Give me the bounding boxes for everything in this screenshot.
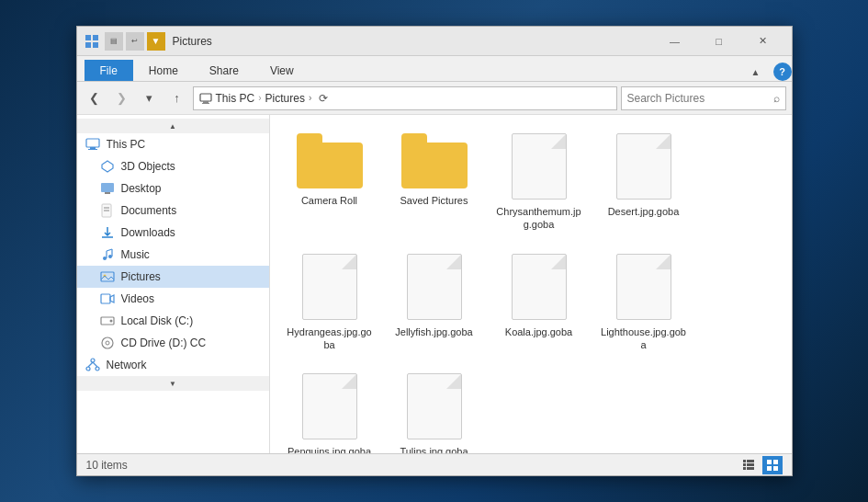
sidebar-label-music: Music	[121, 248, 150, 261]
main-area: ▲ This PC 3D Objects Desktop	[77, 115, 792, 453]
sidebar-scroll-down[interactable]: ▼	[77, 376, 269, 391]
file-icon-tulips	[407, 373, 462, 439]
svg-rect-39	[743, 467, 746, 470]
file-name-jellyfish: Jellyfish.jpg.goba	[395, 325, 472, 338]
sidebar-item-documents[interactable]: Documents	[77, 200, 269, 222]
address-pictures: Pictures	[265, 92, 305, 105]
file-name-saved-pictures: Saved Pictures	[400, 194, 468, 207]
computer-icon	[85, 136, 101, 153]
qa-btn-2[interactable]: ↩	[126, 32, 144, 51]
svg-rect-2	[85, 42, 91, 48]
file-name-penguins: Penguins.jpg.goba	[287, 445, 371, 453]
tab-view[interactable]: View	[254, 60, 310, 81]
sidebar-item-cd-drive[interactable]: CD Drive (D:) CC	[77, 332, 269, 354]
sidebar-label-local-disk: Local Disk (C:)	[121, 314, 194, 327]
minimize-button[interactable]: —	[654, 27, 696, 56]
videos-icon	[99, 291, 116, 307]
sidebar-item-downloads[interactable]: Downloads	[77, 222, 269, 244]
file-item-koala[interactable]: Koala.jpg.goba	[489, 245, 590, 361]
svg-point-31	[86, 367, 90, 371]
svg-rect-36	[747, 460, 754, 462]
qa-folder-btn[interactable]: ▼	[147, 32, 165, 51]
3dobjects-icon	[99, 158, 116, 175]
help-button[interactable]: ?	[773, 63, 792, 81]
svg-rect-9	[88, 149, 97, 150]
recent-locations-button[interactable]: ▾	[138, 86, 162, 110]
refresh-button[interactable]: ⟳	[319, 92, 328, 105]
sidebar-item-pictures[interactable]: Pictures	[77, 266, 269, 288]
sidebar-label-documents: Documents	[121, 204, 177, 217]
file-item-jellyfish[interactable]: Jellyfish.jpg.goba	[384, 245, 485, 361]
svg-rect-22	[101, 272, 114, 281]
svg-marker-25	[110, 295, 114, 302]
file-item-lighthouse[interactable]: Lighthouse.jpg.goba	[593, 245, 694, 361]
window-icon	[85, 34, 99, 49]
sidebar-label-downloads: Downloads	[121, 226, 175, 239]
sidebar-item-network[interactable]: Network	[77, 354, 269, 376]
sidebar-label-pictures: Pictures	[121, 270, 161, 283]
file-icon-jellyfish	[407, 254, 462, 320]
sidebar-scroll-up[interactable]: ▲	[77, 119, 269, 133]
search-icon[interactable]: ⌕	[773, 92, 780, 105]
svg-rect-37	[743, 463, 746, 466]
file-item-saved-pictures[interactable]: Saved Pictures	[384, 124, 485, 241]
file-grid: Camera Roll Saved Pictures	[279, 124, 783, 453]
ribbon-collapse[interactable]: ▲	[746, 63, 766, 81]
sidebar-item-this-pc[interactable]: This PC	[77, 133, 269, 155]
file-item-tulips[interactable]: Tulips.jpg.goba	[384, 364, 485, 453]
navbar: ❮ ❯ ▾ ↑ This PC › Pictures › ⟳ ⌕	[77, 82, 792, 115]
downloads-icon	[99, 224, 116, 241]
svg-rect-7	[86, 139, 99, 147]
sidebar-label-cd-drive: CD Drive (D:) CC	[121, 337, 207, 349]
svg-rect-0	[85, 35, 91, 40]
sidebar-item-local-disk[interactable]: Local Disk (C:)	[77, 310, 269, 332]
svg-point-32	[96, 367, 99, 371]
svg-point-27	[109, 320, 112, 323]
file-name-desert: Desert.jpg.goba	[608, 205, 680, 218]
sidebar-item-music[interactable]: Music	[77, 244, 269, 266]
item-count: 10 items	[86, 459, 128, 472]
file-name-tulips: Tulips.jpg.goba	[400, 445, 468, 453]
svg-rect-24	[101, 294, 110, 303]
sidebar-item-videos[interactable]: Videos	[77, 288, 269, 310]
tab-home[interactable]: Home	[133, 60, 194, 81]
svg-rect-38	[747, 463, 754, 466]
svg-rect-5	[203, 101, 209, 103]
search-input[interactable]	[627, 92, 773, 105]
search-box[interactable]: ⌕	[621, 86, 786, 110]
file-item-desert[interactable]: Desert.jpg.goba	[593, 124, 694, 241]
view-list-button[interactable]	[738, 456, 759, 474]
sidebar-item-3d-objects[interactable]: 3D Objects	[77, 155, 269, 177]
file-item-chrysanthemum[interactable]: Chrysanthemum.jpg.goba	[489, 124, 590, 241]
svg-rect-35	[743, 460, 746, 462]
pictures-icon	[99, 268, 116, 285]
svg-rect-1	[93, 35, 98, 40]
file-item-hydrangeas[interactable]: Hydrangeas.jpg.goba	[279, 245, 380, 361]
forward-button[interactable]: ❯	[110, 86, 134, 110]
ribbon-tabs: File Home Share View ▲ ?	[77, 56, 792, 82]
file-name-camera-roll: Camera Roll	[301, 194, 357, 207]
view-grid-button[interactable]	[762, 456, 783, 474]
documents-icon	[99, 202, 116, 219]
address-arrow: ›	[309, 93, 311, 103]
music-icon	[99, 246, 116, 263]
close-button[interactable]: ✕	[742, 27, 784, 56]
qa-btn-1[interactable]: ▤	[105, 32, 123, 51]
up-button[interactable]: ↑	[165, 86, 189, 110]
svg-point-29	[106, 341, 109, 345]
sidebar-item-desktop[interactable]: Desktop	[77, 177, 269, 200]
file-icon-desert	[616, 133, 671, 200]
file-item-camera-roll[interactable]: Camera Roll	[279, 124, 380, 241]
back-button[interactable]: ❮	[83, 86, 107, 110]
svg-rect-6	[202, 103, 209, 104]
svg-rect-44	[773, 466, 778, 471]
file-item-penguins[interactable]: Penguins.jpg.goba	[279, 364, 380, 453]
file-icon-koala	[512, 254, 567, 320]
tab-file[interactable]: File	[85, 60, 133, 81]
maximize-button[interactable]: □	[698, 27, 740, 56]
file-name-lighthouse: Lighthouse.jpg.goba	[599, 325, 689, 352]
svg-rect-3	[93, 42, 98, 48]
address-bar[interactable]: This PC › Pictures › ⟳	[193, 86, 617, 110]
tab-share[interactable]: Share	[194, 60, 254, 81]
svg-line-34	[93, 362, 97, 367]
